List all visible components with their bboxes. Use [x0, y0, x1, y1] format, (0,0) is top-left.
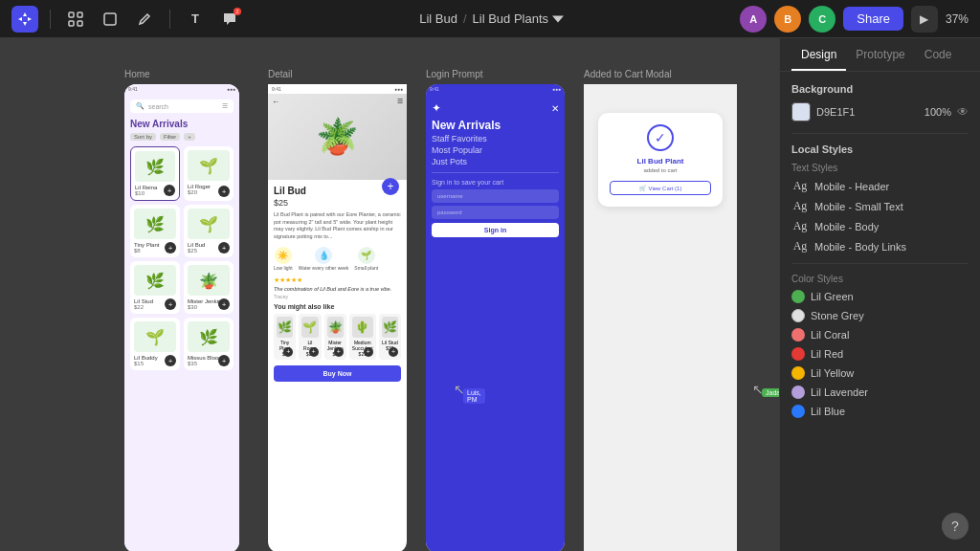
cart-modal-box: ✓ Lil Bud Plant added to cart 🛒 View Car…: [598, 113, 723, 207]
text-styles-subtitle: Text Styles: [791, 163, 969, 173]
visibility-icon[interactable]: 👁: [957, 105, 969, 119]
branch-selector[interactable]: Lil Bud Plants: [473, 11, 565, 26]
buy-now-button[interactable]: Buy Now: [274, 365, 401, 382]
color-style-lil-blue[interactable]: Lil Blue: [791, 405, 969, 418]
signin-button[interactable]: Sign in: [432, 223, 559, 237]
tab-prototype[interactable]: Prototype: [846, 38, 914, 71]
add-btn-5[interactable]: +: [218, 298, 230, 310]
cart-frame[interactable]: ✓ Lil Bud Plant added to cart 🛒 View Car…: [584, 84, 737, 551]
add-btn-3[interactable]: +: [218, 242, 230, 253]
color-style-lil-lavender[interactable]: Lil Lavender: [791, 386, 969, 399]
detail-frame-label: Detail: [268, 69, 293, 79]
cart-frame-label: Added to Cart Modal: [584, 69, 672, 79]
plant-card-0[interactable]: 🌿 Lil Reina $10 +: [130, 146, 180, 201]
light-icon-circle: ☀️: [275, 247, 292, 264]
text-style-name-0: Mobile - Header: [814, 181, 889, 192]
login-frame[interactable]: 9:41●●● ✦ ✕ New Arrivals Staff Favorites…: [426, 84, 565, 551]
close-icon[interactable]: ✕: [551, 103, 559, 114]
plant-card-5[interactable]: 🪴 Mister Jenkins $30 +: [184, 261, 234, 314]
color-styles-subtitle: Color Styles: [791, 274, 969, 284]
review-text: The combination of Lil Bud and Eore is a…: [274, 286, 401, 292]
cursor-luis: ↖ Luis, PM: [454, 381, 465, 398]
color-style-stone-grey[interactable]: Stone Grey: [791, 309, 969, 322]
add-btn-7[interactable]: +: [218, 355, 230, 366]
add-btn-2[interactable]: +: [165, 242, 176, 253]
mini-add-btn-3[interactable]: +: [364, 347, 373, 357]
plant-img-4: 🌿: [134, 265, 176, 296]
topbar-left: T 2: [11, 6, 243, 33]
mini-product-0[interactable]: 🌿 Tiny Plant $8 +: [274, 314, 296, 360]
sparkle-icon: ✦: [432, 101, 441, 115]
home-frame[interactable]: 9:41●●● 🔍search ☰ New Arrivals Sort by F…: [124, 84, 239, 551]
color-style-name-lil-lavender: Lil Lavender: [811, 386, 868, 398]
view-cart-button[interactable]: 🛒 View Cart (1): [610, 181, 711, 195]
text-style-mobile-body[interactable]: Ag Mobile - Body: [791, 219, 969, 233]
mini-add-btn-0[interactable]: +: [283, 347, 293, 357]
login-nav-staff[interactable]: Staff Favorites: [432, 134, 559, 143]
mini-add-btn-4[interactable]: +: [389, 347, 398, 357]
color-style-lil-coral[interactable]: Lil Coral: [791, 328, 969, 342]
back-arrow[interactable]: ←: [272, 98, 279, 106]
filter-sort[interactable]: Sort by: [130, 133, 156, 141]
shape-tool[interactable]: [97, 6, 123, 33]
mini-product-2[interactable]: 🪴 Mister Jenkins $1 +: [324, 314, 346, 360]
login-password-field[interactable]: password: [432, 206, 559, 219]
text-style-mobile-small[interactable]: Ag Mobile - Small Text: [791, 199, 969, 213]
mini-product-1[interactable]: 🌱 Lil Roger $16 +: [299, 314, 321, 360]
background-row: D9E1F1 100% 👁: [791, 102, 969, 121]
frame-tool[interactable]: [62, 6, 89, 33]
plant-card-1[interactable]: 🌱 Lil Roger $20 +: [184, 146, 234, 201]
color-style-lil-red[interactable]: Lil Red: [791, 347, 969, 361]
mini-product-img-2: 🪴: [327, 317, 344, 338]
home-search-bar[interactable]: 🔍search ☰: [130, 99, 234, 113]
tab-design[interactable]: Design: [791, 38, 846, 71]
login-header: ✦ ✕: [426, 94, 565, 119]
project-title: Lil Bud: [419, 11, 457, 26]
plant-card-6[interactable]: 🌱 Lil Buddy $15 +: [130, 318, 180, 370]
detail-frame[interactable]: 9:41●●● 🪴 ← ☰ + Lil Bud $25 Lil Bud Plan…: [268, 84, 407, 551]
share-button[interactable]: Share: [843, 7, 903, 31]
plant-card-4[interactable]: 🌿 Lil Stud $22 +: [130, 261, 180, 314]
plant-card-3[interactable]: 🌱 Lil Bud $25 +: [184, 205, 234, 257]
canvas[interactable]: Home Detail Login Prompt Added to Cart M…: [0, 38, 779, 551]
mini-product-img-4: 🌿: [382, 317, 398, 338]
add-btn-0[interactable]: +: [164, 185, 175, 196]
text-style-mobile-header[interactable]: Ag Mobile - Header: [791, 179, 969, 193]
text-tool[interactable]: T: [182, 6, 209, 33]
mini-product-4[interactable]: 🌿 Lil Stud $33 +: [379, 314, 401, 360]
you-may-like-label: You might also like: [274, 303, 401, 310]
login-username-field[interactable]: username: [432, 189, 559, 203]
filter-filter[interactable]: Filter: [160, 133, 180, 141]
plant-card-2[interactable]: 🌿 Tiny Plant $8 +: [130, 205, 180, 257]
color-dot-stone-grey: [791, 309, 805, 322]
mini-product-3[interactable]: 🌵 Medium Succulent $21 +: [349, 314, 376, 360]
background-color-swatch[interactable]: [791, 102, 811, 121]
detail-fab-button[interactable]: +: [382, 178, 399, 195]
add-btn-6[interactable]: +: [165, 355, 176, 366]
color-style-lil-yellow[interactable]: Lil Yellow: [791, 366, 969, 380]
text-style-mobile-body-links[interactable]: Ag Mobile - Body Links: [791, 239, 969, 253]
detail-menu-icon[interactable]: ☰: [397, 98, 403, 105]
tab-code[interactable]: Code: [915, 38, 962, 71]
detail-status-bar: 9:41●●●: [268, 84, 407, 94]
comment-tool[interactable]: 2: [216, 6, 243, 33]
main-area: Home Detail Login Prompt Added to Cart M…: [0, 38, 980, 551]
plant-img-2: 🌿: [134, 209, 176, 239]
add-btn-4[interactable]: +: [165, 298, 176, 310]
login-nav-pots[interactable]: Just Pots: [432, 157, 559, 166]
home-status-bar: 9:41●●●: [124, 84, 239, 94]
play-button[interactable]: ▶: [911, 6, 938, 33]
cursor-jada: ↖ Jada: [752, 381, 764, 398]
color-style-lil-green[interactable]: Lil Green: [791, 290, 969, 303]
add-btn-1[interactable]: +: [218, 186, 230, 197]
filter-plus[interactable]: +: [184, 133, 195, 141]
plant-card-7[interactable]: 🌿 Missus Bloom $35 +: [184, 318, 234, 370]
login-nav-popular[interactable]: Most Popular: [432, 145, 559, 155]
help-button[interactable]: ?: [942, 513, 969, 540]
detail-plant-image: 🪴 ← ☰: [268, 94, 407, 180]
pen-tool[interactable]: [131, 6, 158, 33]
move-tool[interactable]: [11, 6, 38, 33]
mini-add-btn-2[interactable]: +: [334, 347, 344, 357]
ag-icon-1: Ag: [791, 199, 809, 213]
mini-add-btn-1[interactable]: +: [309, 347, 319, 357]
